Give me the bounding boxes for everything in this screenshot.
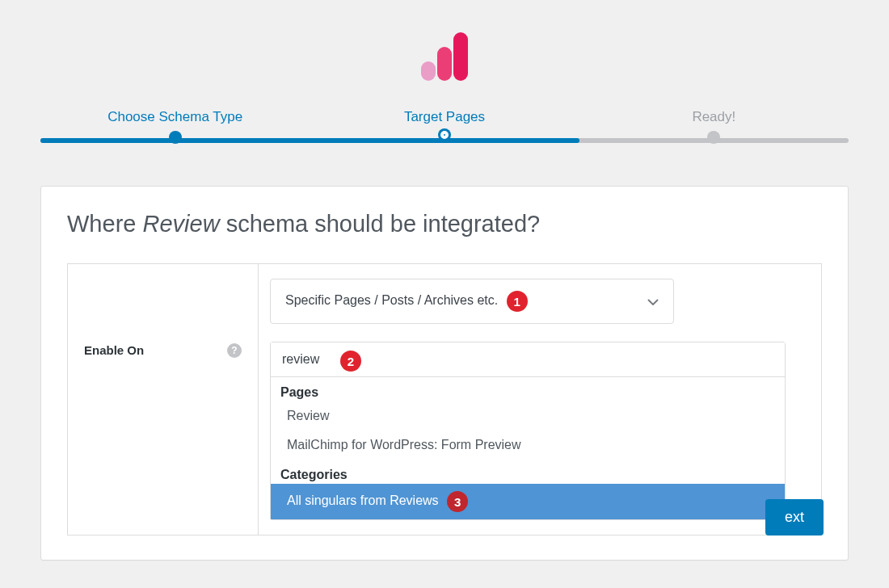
target-select[interactable]: Specific Pages / Posts / Archives etc. 1 xyxy=(270,279,674,324)
dropdown-item-review[interactable]: Review xyxy=(271,401,785,430)
dropdown-item-label: All singulars from Reviews xyxy=(287,494,439,507)
title-suffix: schema should be integrated? xyxy=(220,211,541,237)
logo xyxy=(40,24,849,109)
step-choose-schema[interactable]: Choose Schema Type xyxy=(40,109,310,145)
step-label: Choose Schema Type xyxy=(40,109,310,125)
step-label: Ready! xyxy=(579,109,849,125)
dropdown-group-categories: Categories xyxy=(271,460,785,484)
settings-table: Enable On ? Specific Pages / Posts / Arc… xyxy=(67,263,822,536)
enable-on-controls: Specific Pages / Posts / Archives etc. 1… xyxy=(259,264,821,535)
next-button-label: ext xyxy=(785,509,804,525)
step-dot-icon xyxy=(707,131,720,144)
next-button[interactable]: ext xyxy=(765,499,824,536)
annotation-badge-3: 3 xyxy=(447,491,468,512)
enable-on-label: Enable On xyxy=(84,343,144,357)
annotation-badge-2: 2 xyxy=(340,351,361,372)
help-icon[interactable]: ? xyxy=(227,343,242,358)
stepper: Choose Schema Type Target Pages Ready! xyxy=(40,109,849,145)
annotation-badge-1: 1 xyxy=(507,291,528,312)
logo-bar-2 xyxy=(437,47,452,81)
search-dropdown: 2 Pages Review MailChimp for WordPress: … xyxy=(270,342,786,520)
step-dot-icon xyxy=(440,131,449,139)
title-prefix: Where xyxy=(67,211,142,237)
dropdown-item-mailchimp[interactable]: MailChimp for WordPress: Form Preview xyxy=(271,430,785,460)
enable-on-cell: Enable On ? xyxy=(68,264,259,535)
logo-bar-1 xyxy=(421,61,436,81)
main-panel: Where Review schema should be integrated… xyxy=(40,186,849,561)
chevron-down-icon xyxy=(647,295,659,308)
dropdown-group-pages: Pages xyxy=(271,377,785,401)
step-target-pages[interactable]: Target Pages xyxy=(310,109,579,145)
step-label: Target Pages xyxy=(310,109,579,125)
step-dot-icon xyxy=(169,131,182,144)
logo-bar-3 xyxy=(453,32,468,81)
dropdown-item-all-singulars[interactable]: All singulars from Reviews 3 xyxy=(271,484,785,519)
step-ready[interactable]: Ready! xyxy=(579,109,849,145)
panel-title: Where Review schema should be integrated… xyxy=(67,211,822,237)
title-schema: Review xyxy=(142,211,219,237)
select-value: Specific Pages / Posts / Archives etc. xyxy=(285,293,498,307)
